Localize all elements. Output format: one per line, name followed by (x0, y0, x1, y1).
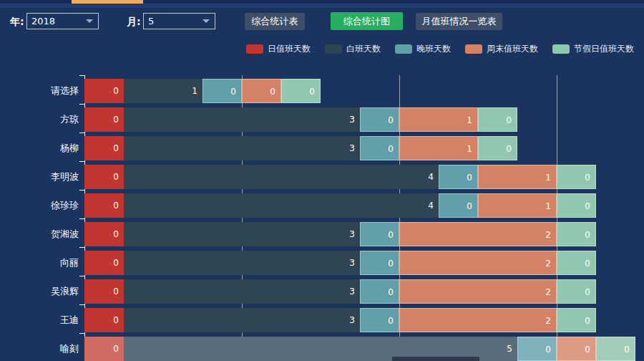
bar-segment[interactable]: 0 (360, 107, 399, 132)
bar-segment[interactable]: 1 (478, 193, 557, 218)
legend-label: 节假日值班天数 (574, 43, 634, 55)
bar-segment[interactable]: 0 (596, 337, 635, 361)
y-axis-label: 王迪 (0, 308, 79, 332)
bar-segment[interactable]: 2 (399, 251, 557, 275)
axis-tick (79, 276, 84, 276)
bar-segment[interactable]: 2 (399, 308, 557, 332)
bar-segment[interactable]: 0 (84, 107, 124, 132)
chart-legend: 日值班天数白班天数晚班天数周末值班天数节假日值班天数 (246, 43, 644, 55)
segment-value: 0 (585, 309, 590, 333)
bar-segment[interactable]: 4 (124, 193, 439, 218)
bar-segment[interactable]: 1 (399, 136, 478, 160)
bar-segment[interactable]: 1 (399, 107, 478, 132)
legend-item[interactable]: 白班天数 (325, 43, 381, 55)
month-select[interactable]: 5 (143, 13, 215, 29)
axis-tick (79, 161, 84, 162)
segment-value: 0 (113, 251, 119, 275)
bar-segment[interactable]: 0 (242, 79, 281, 103)
bar-segment[interactable]: 3 (124, 222, 360, 246)
bar-row: 王迪03020 (0, 308, 644, 332)
segment-value: 2 (545, 309, 551, 333)
bar-segment[interactable]: 0 (84, 337, 124, 361)
bar-segment[interactable]: 3 (124, 136, 360, 160)
segment-value: 1 (192, 79, 197, 103)
bar-segment[interactable]: 0 (360, 251, 399, 275)
segment-value: 0 (270, 80, 275, 104)
segment-value: 0 (113, 107, 119, 132)
bar-segment[interactable]: 3 (124, 251, 360, 275)
bar-segment[interactable]: 3 (124, 107, 360, 132)
bar-segment[interactable]: 2 (399, 222, 557, 246)
legend-swatch-icon (395, 44, 412, 54)
bar-segment[interactable]: 0 (478, 136, 517, 160)
bar-segment[interactable]: 0 (557, 193, 596, 218)
bar-segment[interactable]: 0 (360, 308, 399, 332)
year-select[interactable]: 2018 (26, 13, 99, 29)
bar-segment[interactable]: 0 (84, 136, 124, 160)
monthly-duty-list-button[interactable]: 月值班情况一览表 (416, 13, 502, 30)
stats-table-button[interactable]: 综合统计表 (245, 13, 305, 30)
bar-segment[interactable]: 0 (203, 79, 242, 103)
bar-segment[interactable]: 0 (84, 251, 124, 275)
bar-segment[interactable]: 0 (281, 79, 321, 103)
segment-value: 1 (545, 194, 551, 218)
bar-segment[interactable]: 0 (360, 136, 399, 160)
app-window: 年: 2018 月: 5 综合统计表 综合统计图 月值班情况一览表 日值班天数白… (0, 0, 644, 361)
segment-value: 2 (545, 223, 551, 247)
axis-tick (79, 75, 84, 76)
segment-value: 4 (428, 165, 434, 189)
legend-item[interactable]: 周末值班天数 (465, 43, 538, 55)
bar-segment[interactable]: 0 (478, 107, 517, 132)
bar-segment[interactable]: 3 (124, 308, 360, 332)
segment-value: 0 (113, 136, 119, 160)
bar-segment[interactable]: 4 (124, 165, 439, 189)
bar-segment[interactable]: 0 (84, 279, 124, 304)
axis-tick (79, 133, 84, 133)
bar-segment[interactable]: 0 (84, 79, 124, 103)
bar-segment[interactable]: 0 (84, 193, 124, 218)
year-select-value: 2018 (31, 16, 55, 27)
bar-segment[interactable]: 0 (84, 308, 124, 332)
bar-row: 方琼03010 (0, 107, 644, 132)
stats-chart-button[interactable]: 综合统计图 (331, 12, 403, 30)
segment-value: 1 (545, 165, 551, 190)
segment-value: 0 (388, 108, 394, 133)
segment-value: 0 (467, 194, 472, 218)
legend-item[interactable]: 日值班天数 (246, 43, 311, 55)
bar-segments: 04010 (84, 193, 596, 218)
bar-segment[interactable]: 0 (360, 222, 399, 246)
segment-value: 0 (585, 194, 590, 218)
segment-value: 1 (467, 108, 472, 133)
segment-value: 3 (349, 107, 355, 132)
bar-segment[interactable]: 0 (557, 308, 596, 332)
bar-segment[interactable]: 0 (517, 337, 557, 361)
bar-segment[interactable]: 1 (478, 165, 557, 189)
segment-value: 0 (585, 223, 590, 247)
bar-segment[interactable]: 0 (360, 279, 399, 304)
segment-value: 3 (349, 251, 355, 275)
bar-segment[interactable]: 1 (124, 79, 203, 103)
legend-swatch-icon (552, 44, 570, 54)
bar-segment[interactable]: 0 (439, 193, 478, 218)
bar-segment[interactable]: 0 (84, 222, 124, 246)
bar-segment[interactable]: 0 (84, 165, 124, 189)
bar-segment[interactable]: 0 (557, 222, 596, 246)
bar-segment[interactable]: 0 (557, 165, 596, 189)
legend-item[interactable]: 晚班天数 (395, 43, 451, 55)
bar-segment[interactable]: 0 (557, 337, 596, 361)
segment-value: 0 (113, 337, 119, 361)
segment-value: 0 (388, 137, 394, 161)
segment-value: 0 (113, 222, 119, 246)
legend-label: 日值班天数 (268, 43, 311, 55)
segment-value: 0 (113, 165, 119, 189)
year-label: 年: (10, 16, 24, 29)
bar-segment[interactable]: 3 (124, 279, 360, 304)
bar-segments: 03020 (84, 222, 596, 246)
legend-item[interactable]: 节假日值班天数 (552, 43, 634, 55)
segment-value: 0 (388, 309, 394, 333)
tooltip-edge (392, 357, 479, 361)
bar-segment[interactable]: 0 (557, 251, 596, 275)
bar-segment[interactable]: 2 (399, 279, 557, 304)
bar-segment[interactable]: 0 (557, 279, 596, 304)
bar-segment[interactable]: 0 (439, 165, 478, 189)
